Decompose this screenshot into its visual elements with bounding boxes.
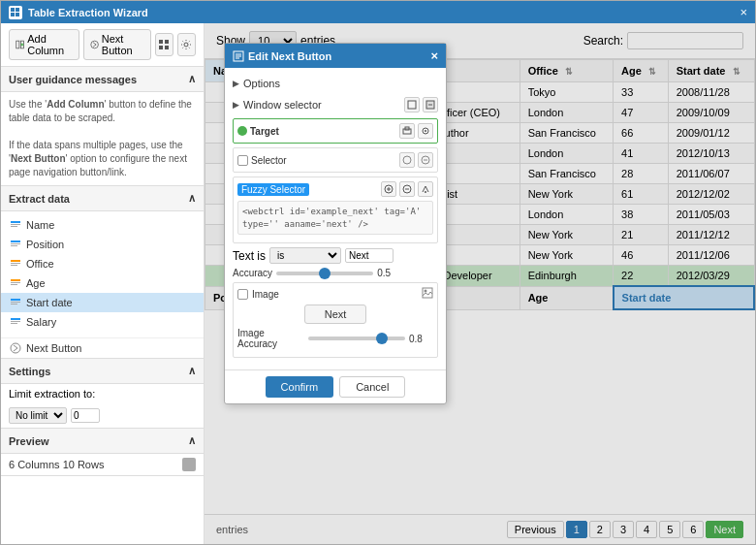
selector-icon-1[interactable] bbox=[399, 152, 415, 168]
svg-rect-3 bbox=[16, 13, 19, 16]
extract-item-position[interactable]: Position bbox=[1, 235, 204, 254]
extract-startdate-label: Start date bbox=[26, 297, 73, 308]
extract-office-label: Office bbox=[26, 258, 54, 270]
extract-item-age[interactable]: Age bbox=[1, 273, 204, 293]
bold-add-column: Add Column bbox=[47, 99, 104, 110]
selector-checkbox[interactable] bbox=[237, 155, 248, 166]
extract-item-name[interactable]: Name bbox=[1, 215, 204, 235]
window-close-button[interactable]: × bbox=[740, 5, 747, 19]
image-accuracy-row: Image Accuracy 0.8 bbox=[237, 328, 433, 349]
fuzzy-icon-3[interactable] bbox=[418, 181, 433, 197]
limit-number-input[interactable] bbox=[71, 408, 100, 423]
guidance-section-header[interactable]: User guidance messages ∧ bbox=[1, 67, 204, 92]
svg-rect-9 bbox=[159, 40, 163, 44]
svg-point-32 bbox=[11, 343, 20, 353]
options-arrow: ▶ bbox=[233, 79, 239, 88]
title-bar: Table Extraction Wizard × bbox=[1, 1, 755, 23]
target-icon-2[interactable] bbox=[418, 123, 433, 139]
preview-icon bbox=[182, 458, 196, 471]
edit-next-button-modal: Edit Next Button × ▶ Options bbox=[224, 43, 447, 404]
title-bar-icon bbox=[9, 6, 22, 19]
settings-section-header[interactable]: Settings ∧ bbox=[1, 359, 204, 384]
cancel-button[interactable]: Cancel bbox=[339, 376, 405, 398]
grid-icon-btn[interactable] bbox=[155, 33, 173, 56]
limit-select[interactable]: No limit 10 20 50 bbox=[9, 407, 67, 424]
ws-icon-2[interactable] bbox=[423, 97, 438, 112]
next-preview-button[interactable]: Next bbox=[304, 305, 367, 324]
extract-item-office[interactable]: Office bbox=[1, 254, 204, 273]
fuzzy-section: Fuzzy Selector bbox=[233, 176, 438, 243]
add-column-label: Add Column bbox=[27, 33, 72, 56]
svg-rect-25 bbox=[11, 284, 17, 285]
window-selector-section: ▶ Window selector bbox=[233, 95, 438, 114]
target-label: Target bbox=[237, 126, 279, 137]
target-header: Target bbox=[237, 123, 433, 139]
image-accuracy-value: 0.8 bbox=[409, 334, 433, 344]
gear-icon-btn[interactable] bbox=[177, 33, 196, 56]
extract-collapse-icon: ∧ bbox=[188, 192, 196, 205]
svg-rect-23 bbox=[11, 279, 20, 281]
svg-point-54 bbox=[425, 290, 427, 293]
extract-section-header[interactable]: Extract data ∧ bbox=[1, 186, 204, 211]
preview-section: Preview ∧ 6 Columns 10 Rows bbox=[1, 429, 204, 476]
next-btn-item-icon bbox=[9, 341, 22, 355]
confirm-button[interactable]: Confirm bbox=[266, 376, 334, 398]
text-is-input[interactable] bbox=[345, 248, 394, 263]
svg-rect-12 bbox=[165, 46, 169, 49]
image-checkbox[interactable] bbox=[237, 289, 248, 300]
next-button-toolbar[interactable]: Next Button bbox=[83, 29, 151, 60]
target-section: Target bbox=[233, 118, 438, 144]
accuracy-row: Accuracy 0.5 bbox=[233, 268, 438, 278]
svg-rect-37 bbox=[408, 101, 416, 109]
selector-icons bbox=[399, 152, 433, 168]
next-button-item-label: Next Button bbox=[26, 342, 81, 354]
fuzzy-icon-1[interactable] bbox=[381, 181, 396, 197]
svg-rect-28 bbox=[11, 304, 17, 305]
office-field-icon bbox=[9, 257, 22, 271]
ws-icon-1[interactable] bbox=[404, 97, 420, 112]
window-selector-toggle[interactable]: ▶ Window selector bbox=[233, 95, 438, 114]
image-accuracy-label: Image Accuracy bbox=[237, 328, 304, 349]
extract-name-label: Name bbox=[26, 219, 54, 231]
position-field-icon bbox=[9, 238, 22, 251]
svg-rect-21 bbox=[11, 263, 20, 264]
preview-section-header[interactable]: Preview ∧ bbox=[1, 429, 204, 454]
options-label: Options bbox=[243, 78, 280, 89]
settings-limit-controls: No limit 10 20 50 bbox=[1, 403, 204, 428]
guidance-collapse-icon: ∧ bbox=[188, 73, 196, 85]
text-is-select[interactable]: is contains starts with bbox=[269, 247, 341, 264]
guidance-title: User guidance messages bbox=[9, 74, 137, 85]
svg-rect-14 bbox=[11, 221, 20, 223]
settings-title: Settings bbox=[9, 366, 50, 377]
svg-rect-11 bbox=[159, 46, 163, 49]
image-accuracy-slider[interactable] bbox=[308, 337, 405, 340]
svg-rect-16 bbox=[11, 226, 17, 227]
text-is-label: Text is bbox=[233, 249, 266, 263]
startdate-field-icon bbox=[9, 296, 22, 309]
extract-item-salary[interactable]: Salary bbox=[1, 312, 204, 332]
settings-limit-label: Limit extraction to: bbox=[9, 388, 95, 400]
fuzzy-icon-2[interactable] bbox=[399, 181, 415, 197]
extract-section: Extract data ∧ Name Position Office bbox=[1, 186, 204, 359]
target-icon-1[interactable] bbox=[399, 123, 415, 139]
accuracy-slider[interactable] bbox=[276, 272, 373, 275]
image-label: Image bbox=[252, 289, 279, 300]
modal-close-button[interactable]: × bbox=[430, 48, 438, 63]
svg-rect-0 bbox=[11, 8, 15, 12]
svg-rect-29 bbox=[11, 318, 20, 320]
name-field-icon bbox=[9, 218, 22, 232]
svg-rect-10 bbox=[165, 40, 169, 44]
next-preview: Next bbox=[237, 305, 433, 324]
add-column-button[interactable]: Add Column bbox=[9, 29, 79, 60]
title-bar-left: Table Extraction Wizard bbox=[9, 6, 148, 19]
selector-icon-2[interactable] bbox=[418, 152, 433, 168]
window-selector-arrow: ▶ bbox=[233, 100, 239, 110]
options-toggle[interactable]: ▶ Options bbox=[233, 76, 438, 91]
extract-item-startdate[interactable]: Start date bbox=[1, 293, 204, 312]
next-button-item[interactable]: Next Button bbox=[1, 337, 204, 358]
window-selector-icons bbox=[404, 97, 438, 112]
main-content: Add Column Next Button User guidance mes… bbox=[1, 23, 755, 544]
svg-rect-31 bbox=[11, 323, 17, 324]
add-column-icon bbox=[16, 39, 24, 50]
modal-body: ▶ Options ▶ Window selector bbox=[225, 68, 446, 369]
